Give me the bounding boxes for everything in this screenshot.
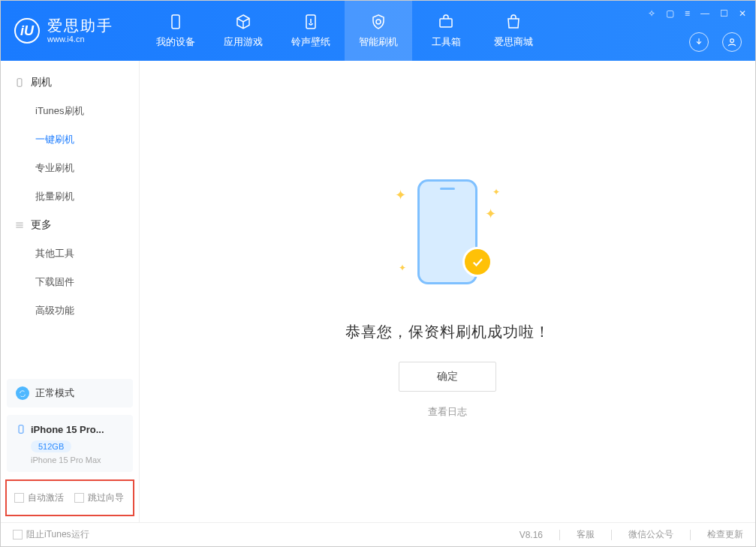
main-content: ✦ ✦ ✦ ✦ 恭喜您，保资料刷机成功啦！ 确定 查看日志 xyxy=(140,61,755,522)
checkbox-icon xyxy=(13,530,23,539)
music-file-icon xyxy=(302,13,320,31)
sidebar-group-flash: 刷机 xyxy=(1,68,139,97)
bag-icon xyxy=(505,13,523,31)
menu-icon[interactable]: ≡ xyxy=(685,8,690,19)
success-illustration: ✦ ✦ ✦ ✦ xyxy=(380,164,515,299)
pin-icon[interactable]: ▢ xyxy=(666,8,674,19)
minimize-button[interactable]: — xyxy=(700,8,709,19)
nav-label: 爱思商城 xyxy=(494,35,533,49)
refresh-icon xyxy=(16,386,29,400)
sidebar-item-download-firmware[interactable]: 下载固件 xyxy=(1,268,139,296)
check-update-link[interactable]: 检查更新 xyxy=(707,528,743,541)
checkbox-icon xyxy=(14,493,24,503)
sparkle-icon: ✦ xyxy=(492,187,500,197)
svg-rect-2 xyxy=(440,19,452,27)
sparkle-icon: ✦ xyxy=(399,263,406,273)
sidebar-item-pro-flash[interactable]: 专业刷机 xyxy=(1,154,139,182)
options-highlight-box: 自动激活 跳过向导 xyxy=(5,479,134,516)
nav-label: 我的设备 xyxy=(156,35,195,49)
cube-icon xyxy=(234,13,252,31)
maximize-button[interactable]: ☐ xyxy=(720,8,728,19)
device-mode-box: 正常模式 xyxy=(7,379,133,407)
sidebar-item-itunes-flash[interactable]: iTunes刷机 xyxy=(1,97,139,125)
device-icon xyxy=(14,77,25,88)
sidebar: 刷机 iTunes刷机 一键刷机 专业刷机 批量刷机 更多 其他工具 下载固件 … xyxy=(1,61,140,522)
svg-rect-0 xyxy=(172,15,179,29)
checkbox-icon xyxy=(74,493,84,503)
feedback-icon[interactable]: ✧ xyxy=(648,8,655,19)
nav-ringtones[interactable]: 铃声壁纸 xyxy=(277,1,345,61)
nav-store[interactable]: 爱思商城 xyxy=(480,1,547,61)
support-link[interactable]: 客服 xyxy=(577,528,595,541)
sidebar-item-oneclick-flash[interactable]: 一键刷机 xyxy=(1,125,139,154)
sidebar-item-other-tools[interactable]: 其他工具 xyxy=(1,239,139,268)
svg-point-3 xyxy=(730,39,734,43)
download-button[interactable] xyxy=(689,32,709,52)
nav-label: 智能刷机 xyxy=(359,35,398,49)
app-url: www.i4.cn xyxy=(47,35,113,44)
app-header: iU 爱思助手 www.i4.cn 我的设备 应用游戏 铃声壁纸 智能刷机 工具… xyxy=(1,1,755,61)
device-mode-label: 正常模式 xyxy=(35,386,74,400)
nav-label: 铃声壁纸 xyxy=(291,35,330,49)
logo-icon: iU xyxy=(14,18,40,44)
success-message: 恭喜您，保资料刷机成功啦！ xyxy=(345,322,550,342)
version-label: V8.16 xyxy=(520,530,543,540)
svg-rect-4 xyxy=(17,79,22,87)
shield-refresh-icon xyxy=(369,13,387,31)
nav-apps-games[interactable]: 应用游戏 xyxy=(209,1,277,61)
close-button[interactable]: ✕ xyxy=(739,8,746,19)
device-info-box[interactable]: iPhone 15 Pro... 512GB iPhone 15 Pro Max xyxy=(7,415,133,472)
status-bar: 阻止iTunes运行 V8.16 客服 微信公众号 检查更新 xyxy=(1,522,755,546)
phone-icon xyxy=(16,422,26,436)
confirm-button[interactable]: 确定 xyxy=(399,362,496,392)
nav-my-device[interactable]: 我的设备 xyxy=(142,1,209,61)
skip-guide-checkbox[interactable]: 跳过向导 xyxy=(74,491,124,504)
nav-toolbox[interactable]: 工具箱 xyxy=(412,1,480,61)
nav-label: 工具箱 xyxy=(432,35,461,49)
sidebar-item-advanced[interactable]: 高级功能 xyxy=(1,296,139,325)
sidebar-item-batch-flash[interactable]: 批量刷机 xyxy=(1,182,139,211)
sparkle-icon: ✦ xyxy=(485,206,496,222)
account-button[interactable] xyxy=(722,32,742,52)
menu-lines-icon xyxy=(14,220,25,230)
view-log-link[interactable]: 查看日志 xyxy=(428,405,467,419)
svg-rect-5 xyxy=(19,425,23,434)
nav-smart-flash[interactable]: 智能刷机 xyxy=(345,1,412,61)
window-controls: ✧ ▢ ≡ — ☐ ✕ xyxy=(648,8,746,19)
main-nav: 我的设备 应用游戏 铃声壁纸 智能刷机 工具箱 爱思商城 xyxy=(142,1,547,61)
toolbox-icon xyxy=(437,13,455,31)
device-model: iPhone 15 Pro Max xyxy=(31,455,124,464)
block-itunes-checkbox[interactable]: 阻止iTunes运行 xyxy=(13,528,89,541)
check-badge-icon xyxy=(462,247,492,277)
device-name: iPhone 15 Pro... xyxy=(31,424,104,435)
auto-activate-checkbox[interactable]: 自动激活 xyxy=(14,491,64,504)
sidebar-group-more: 更多 xyxy=(1,211,139,239)
phone-icon xyxy=(167,13,185,31)
logo-block: iU 爱思助手 www.i4.cn xyxy=(1,17,127,44)
sparkle-icon: ✦ xyxy=(395,187,406,203)
storage-badge: 512GB xyxy=(31,440,71,452)
nav-label: 应用游戏 xyxy=(224,35,263,49)
app-title: 爱思助手 xyxy=(47,17,113,35)
wechat-link[interactable]: 微信公众号 xyxy=(628,528,673,541)
